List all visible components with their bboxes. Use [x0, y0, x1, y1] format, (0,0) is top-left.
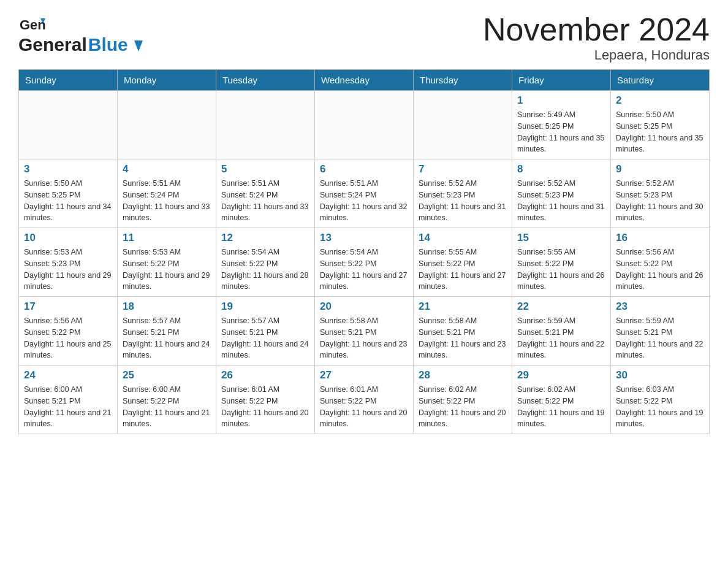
day-number: 21 — [419, 301, 507, 313]
weekday-header-thursday: Thursday — [414, 70, 512, 91]
day-number: 18 — [123, 301, 211, 313]
calendar-cell: 7Sunrise: 5:52 AMSunset: 5:23 PMDaylight… — [414, 159, 512, 228]
day-info: Sunrise: 5:57 AMSunset: 5:21 PMDaylight:… — [221, 315, 309, 361]
day-info: Sunrise: 5:58 AMSunset: 5:21 PMDaylight:… — [320, 315, 408, 361]
day-info: Sunrise: 5:54 AMSunset: 5:22 PMDaylight:… — [320, 247, 408, 293]
calendar-cell: 14Sunrise: 5:55 AMSunset: 5:22 PMDayligh… — [414, 228, 512, 297]
calendar-cell: 2Sunrise: 5:50 AMSunset: 5:25 PMDaylight… — [611, 91, 710, 159]
day-info: Sunrise: 5:49 AMSunset: 5:25 PMDaylight:… — [517, 109, 605, 155]
calendar-cell: 4Sunrise: 5:51 AMSunset: 5:24 PMDaylight… — [118, 159, 216, 228]
calendar-cell — [414, 91, 512, 159]
calendar-cell: 20Sunrise: 5:58 AMSunset: 5:21 PMDayligh… — [315, 297, 414, 366]
day-number: 25 — [123, 369, 211, 381]
weekday-header-saturday: Saturday — [611, 70, 710, 91]
day-info: Sunrise: 5:50 AMSunset: 5:25 PMDaylight:… — [616, 109, 704, 155]
day-number: 26 — [221, 369, 309, 381]
day-info: Sunrise: 5:56 AMSunset: 5:22 PMDaylight:… — [24, 315, 112, 361]
day-info: Sunrise: 5:59 AMSunset: 5:21 PMDaylight:… — [616, 315, 704, 361]
day-info: Sunrise: 5:59 AMSunset: 5:21 PMDaylight:… — [517, 315, 605, 361]
day-number: 19 — [221, 301, 309, 313]
weekday-header-sunday: Sunday — [19, 70, 118, 91]
calendar-cell: 22Sunrise: 5:59 AMSunset: 5:21 PMDayligh… — [512, 297, 611, 366]
logo-blue-text: Blue — [88, 34, 143, 55]
day-info: Sunrise: 5:50 AMSunset: 5:25 PMDaylight:… — [24, 178, 112, 224]
day-info: Sunrise: 6:03 AMSunset: 5:22 PMDaylight:… — [616, 384, 704, 430]
day-info: Sunrise: 5:58 AMSunset: 5:21 PMDaylight:… — [419, 315, 507, 361]
day-info: Sunrise: 6:01 AMSunset: 5:22 PMDaylight:… — [320, 384, 408, 430]
day-number: 14 — [419, 232, 507, 244]
week-row-5: 24Sunrise: 6:00 AMSunset: 5:21 PMDayligh… — [19, 366, 710, 434]
day-number: 3 — [24, 163, 112, 175]
day-number: 4 — [123, 163, 211, 175]
calendar-cell: 30Sunrise: 6:03 AMSunset: 5:22 PMDayligh… — [611, 366, 710, 434]
page-title: November 2024 — [483, 12, 710, 47]
day-number: 2 — [616, 94, 704, 107]
day-number: 24 — [24, 369, 112, 381]
day-info: Sunrise: 6:00 AMSunset: 5:21 PMDaylight:… — [24, 384, 112, 430]
day-number: 10 — [24, 232, 112, 244]
weekday-header-wednesday: Wednesday — [315, 70, 414, 91]
calendar-cell: 5Sunrise: 5:51 AMSunset: 5:24 PMDaylight… — [216, 159, 315, 228]
day-number: 16 — [616, 232, 704, 244]
day-number: 12 — [221, 232, 309, 244]
calendar-cell: 9Sunrise: 5:52 AMSunset: 5:23 PMDaylight… — [611, 159, 710, 228]
calendar-table: SundayMondayTuesdayWednesdayThursdayFrid… — [18, 69, 710, 434]
week-row-3: 10Sunrise: 5:53 AMSunset: 5:23 PMDayligh… — [19, 228, 710, 297]
calendar-cell: 21Sunrise: 5:58 AMSunset: 5:21 PMDayligh… — [414, 297, 512, 366]
calendar-cell: 27Sunrise: 6:01 AMSunset: 5:22 PMDayligh… — [315, 366, 414, 434]
day-info: Sunrise: 5:52 AMSunset: 5:23 PMDaylight:… — [616, 178, 704, 224]
day-number: 11 — [123, 232, 211, 244]
calendar-cell: 11Sunrise: 5:53 AMSunset: 5:22 PMDayligh… — [118, 228, 216, 297]
day-number: 9 — [616, 163, 704, 175]
logo-general-text: General — [18, 34, 87, 55]
calendar-cell — [19, 91, 118, 159]
calendar-cell: 3Sunrise: 5:50 AMSunset: 5:25 PMDaylight… — [19, 159, 118, 228]
calendar-cell: 17Sunrise: 5:56 AMSunset: 5:22 PMDayligh… — [19, 297, 118, 366]
day-number: 17 — [24, 301, 112, 313]
logo: General General Blue — [18, 12, 143, 55]
calendar-cell: 8Sunrise: 5:52 AMSunset: 5:23 PMDaylight… — [512, 159, 611, 228]
calendar-cell: 26Sunrise: 6:01 AMSunset: 5:22 PMDayligh… — [216, 366, 315, 434]
svg-marker-2 — [134, 40, 143, 52]
day-number: 1 — [517, 94, 605, 107]
day-info: Sunrise: 5:54 AMSunset: 5:22 PMDaylight:… — [221, 247, 309, 293]
calendar-cell: 28Sunrise: 6:02 AMSunset: 5:22 PMDayligh… — [414, 366, 512, 434]
calendar-cell: 15Sunrise: 5:55 AMSunset: 5:22 PMDayligh… — [512, 228, 611, 297]
calendar-cell: 12Sunrise: 5:54 AMSunset: 5:22 PMDayligh… — [216, 228, 315, 297]
calendar-cell — [315, 91, 414, 159]
day-info: Sunrise: 5:57 AMSunset: 5:21 PMDaylight:… — [123, 315, 211, 361]
calendar-cell: 1Sunrise: 5:49 AMSunset: 5:25 PMDaylight… — [512, 91, 611, 159]
weekday-header-monday: Monday — [118, 70, 216, 91]
day-info: Sunrise: 5:51 AMSunset: 5:24 PMDaylight:… — [320, 178, 408, 224]
calendar-cell: 10Sunrise: 5:53 AMSunset: 5:23 PMDayligh… — [19, 228, 118, 297]
week-row-2: 3Sunrise: 5:50 AMSunset: 5:25 PMDaylight… — [19, 159, 710, 228]
day-number: 29 — [517, 369, 605, 381]
day-info: Sunrise: 5:56 AMSunset: 5:22 PMDaylight:… — [616, 247, 704, 293]
day-number: 27 — [320, 369, 408, 381]
day-number: 13 — [320, 232, 408, 244]
calendar-cell: 19Sunrise: 5:57 AMSunset: 5:21 PMDayligh… — [216, 297, 315, 366]
day-info: Sunrise: 6:00 AMSunset: 5:22 PMDaylight:… — [123, 384, 211, 430]
day-number: 6 — [320, 163, 408, 175]
calendar-cell: 16Sunrise: 5:56 AMSunset: 5:22 PMDayligh… — [611, 228, 710, 297]
calendar-cell: 23Sunrise: 5:59 AMSunset: 5:21 PMDayligh… — [611, 297, 710, 366]
day-info: Sunrise: 6:01 AMSunset: 5:22 PMDaylight:… — [221, 384, 309, 430]
page-subtitle: Lepaera, Honduras — [483, 47, 710, 63]
day-number: 8 — [517, 163, 605, 175]
calendar-cell: 13Sunrise: 5:54 AMSunset: 5:22 PMDayligh… — [315, 228, 414, 297]
calendar-cell — [118, 91, 216, 159]
week-row-4: 17Sunrise: 5:56 AMSunset: 5:22 PMDayligh… — [19, 297, 710, 366]
title-block: November 2024 Lepaera, Honduras — [483, 12, 710, 63]
day-info: Sunrise: 6:02 AMSunset: 5:22 PMDaylight:… — [419, 384, 507, 430]
calendar-cell: 25Sunrise: 6:00 AMSunset: 5:22 PMDayligh… — [118, 366, 216, 434]
calendar-cell — [216, 91, 315, 159]
weekday-header-friday: Friday — [512, 70, 611, 91]
day-number: 5 — [221, 163, 309, 175]
calendar-cell: 18Sunrise: 5:57 AMSunset: 5:21 PMDayligh… — [118, 297, 216, 366]
day-number: 22 — [517, 301, 605, 313]
day-number: 28 — [419, 369, 507, 381]
day-number: 15 — [517, 232, 605, 244]
day-info: Sunrise: 5:53 AMSunset: 5:22 PMDaylight:… — [123, 247, 211, 293]
day-info: Sunrise: 5:51 AMSunset: 5:24 PMDaylight:… — [221, 178, 309, 224]
day-number: 30 — [616, 369, 704, 381]
